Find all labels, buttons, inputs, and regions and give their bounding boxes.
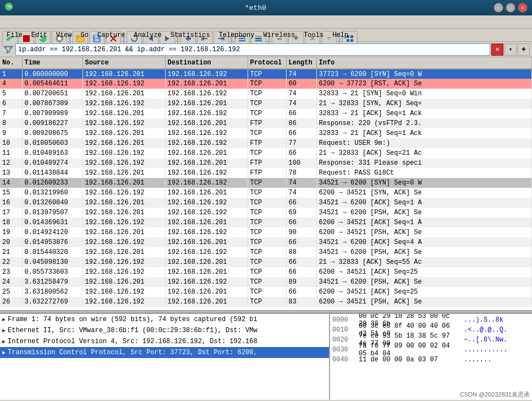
menu-help[interactable]: Help (328, 30, 353, 40)
menu-capture[interactable]: Capture (93, 30, 129, 40)
hex-ascii: ....... (464, 356, 530, 364)
hex-ascii: .<..@.@..Q. (464, 326, 530, 334)
detail-item-text: Transmission Control Protocol, Src Port:… (8, 349, 257, 356)
table-row[interactable]: 220.045098130192.168.126.192192.168.126.… (0, 257, 532, 267)
menu-go[interactable]: Go (76, 30, 92, 40)
table-row[interactable]: 230.055733603192.168.126.192192.168.126.… (0, 267, 532, 277)
maximize-button[interactable]: □ (506, 3, 515, 13)
hex-panel: 000000 0c 29 10 28 53 00 0c 29 38 6b...)… (330, 314, 532, 400)
window-controls: – □ ✕ (493, 3, 528, 13)
hex-ascii: ~..[.8\.Nw. (464, 336, 530, 344)
hex-bytes: fa f0 7f 09 00 00 02 04 05 b4 04 (359, 342, 459, 357)
hex-ascii: ........... (464, 346, 530, 354)
menu-tools[interactable]: Tools (299, 30, 328, 40)
filter-add-button[interactable]: + (518, 44, 530, 56)
table-row[interactable]: 263.632272769192.168.126.192192.168.126.… (0, 297, 532, 307)
table-row[interactable]: 140.012609233192.168.126.201192.168.126.… (0, 178, 532, 188)
table-row[interactable]: 170.013979507192.168.126.201192.168.126.… (0, 208, 532, 218)
hex-row: 0030fa f0 7f 09 00 00 02 04 05 b4 04....… (332, 345, 530, 355)
menu-telephony[interactable]: Telephony (215, 30, 259, 40)
detail-arrow-icon: ▶ (2, 327, 6, 334)
main-menu-bar: File Edit View Go Capture Analyze Statis… (0, 29, 532, 42)
filter-bar: ✕ ▾ + (0, 42, 532, 57)
detail-item[interactable]: ▶Internet Protocol Version 4, Src: 192.1… (0, 336, 329, 347)
svg-rect-24 (239, 40, 245, 41)
detail-item[interactable]: ▶Ethernet II, Src: VMware_38:6b:f1 (00:0… (0, 325, 329, 336)
table-row[interactable]: 253.631800562192.168.126.192192.168.126.… (0, 287, 532, 297)
table-row[interactable]: 160.013260840192.168.126.201192.168.126.… (0, 198, 532, 208)
close-button[interactable]: ✕ (518, 3, 528, 13)
title-bar: 🦈 *eth0 – □ ✕ (0, 0, 532, 15)
filter-clear-button[interactable]: ✕ (491, 44, 503, 56)
filter-dropdown-button[interactable]: ▾ (504, 44, 517, 56)
table-row[interactable]: 243.631258479192.168.126.201192.168.126.… (0, 277, 532, 287)
hex-ascii: ...).S..8k (464, 316, 530, 324)
window-title: *eth0 (18, 4, 493, 12)
table-header-row: No. Time Source Destination Protocol Len… (0, 57, 532, 69)
detail-item[interactable]: ▶Transmission Control Protocol, Src Port… (0, 347, 329, 358)
col-header-protocol: Protocol (248, 57, 286, 69)
menu-analyze[interactable]: Analyze (129, 30, 166, 40)
detail-arrow-icon: ▶ (2, 349, 6, 356)
table-row[interactable]: 190.014924120192.168.126.201192.168.126.… (0, 227, 532, 237)
hex-offset: 0010 (332, 326, 354, 334)
packet-table-container[interactable]: No. Time Source Destination Protocol Len… (0, 57, 532, 311)
app-icon: 🦈 (4, 2, 13, 13)
table-row[interactable]: 40.005464611192.168.126.192192.168.126.2… (0, 79, 532, 89)
watermark: CSDN @20232831袁思承 (460, 391, 530, 399)
table-row[interactable]: 90.009208675192.168.126.201192.168.126.1… (0, 128, 532, 138)
detail-arrow-icon: ▶ (2, 316, 6, 323)
detail-item-text: Frame 1: 74 bytes on wire (592 bits), 74… (8, 316, 257, 323)
table-row[interactable]: 110.010489163192.168.126.192192.168.126.… (0, 148, 532, 158)
detail-item[interactable]: ▶Frame 1: 74 bytes on wire (592 bits), 7… (0, 314, 329, 325)
filter-input[interactable] (15, 44, 490, 56)
menu-view[interactable]: View (52, 30, 76, 40)
table-row[interactable]: 180.014369631192.168.126.192192.168.126.… (0, 218, 532, 227)
menu-file[interactable]: File (2, 30, 27, 40)
menu-bar (0, 15, 532, 29)
detail-item-text: Internet Protocol Version 4, Src: 192.16… (8, 338, 257, 345)
col-header-source: Source (83, 57, 165, 69)
detail-item-text: Ethernet II, Src: VMware_38:6b:f1 (00:0c… (8, 327, 257, 334)
detail-panel[interactable]: ▶Frame 1: 74 bytes on wire (592 bits), 7… (0, 314, 330, 400)
packet-tbody: 10.000000000192.168.126.201192.168.126.1… (0, 69, 532, 307)
col-header-destination: Destination (165, 57, 248, 69)
svg-text:🦈: 🦈 (6, 3, 13, 10)
filter-icon (2, 44, 14, 56)
col-header-time: Time (22, 57, 83, 69)
col-header-info: Info (316, 57, 532, 69)
hex-offset: 0020 (332, 336, 354, 344)
col-header-length: Length (286, 57, 316, 69)
packet-table: No. Time Source Destination Protocol Len… (0, 57, 532, 307)
detail-arrow-icon: ▶ (2, 338, 6, 345)
table-row[interactable]: 80.009186227192.168.126.192192.168.126.2… (0, 118, 532, 128)
bottom-section: ▶Frame 1: 74 bytes on wire (592 bits), 7… (0, 313, 532, 400)
table-row[interactable]: 70.007909989192.168.126.201192.168.126.1… (0, 109, 532, 118)
table-row[interactable]: 200.014953876192.168.126.192192.168.126.… (0, 237, 532, 247)
table-row[interactable]: 150.013219960192.168.126.192192.168.126.… (0, 188, 532, 198)
table-row[interactable]: 50.007200651192.168.126.201192.168.126.1… (0, 89, 532, 99)
minimize-button[interactable]: – (493, 3, 503, 13)
col-header-no: No. (0, 57, 22, 69)
menu-wireless[interactable]: Wireless (259, 30, 300, 40)
hex-offset: 0030 (332, 346, 354, 354)
hex-row: 004011 de 00 00 0a 03 07....... (332, 355, 530, 365)
table-row[interactable]: 10.000000000192.168.126.201192.168.126.1… (0, 69, 532, 79)
table-row[interactable]: 130.011438844192.168.126.201192.168.126.… (0, 168, 532, 178)
hex-offset: 0040 (332, 356, 354, 364)
table-row[interactable]: 120.010489274192.168.126.192192.168.126.… (0, 158, 532, 168)
table-row[interactable]: 100.010050603192.168.126.201192.168.126.… (0, 138, 532, 148)
hex-bytes: 11 de 00 00 0a 03 07 (359, 356, 459, 364)
menu-edit[interactable]: Edit (27, 30, 52, 40)
hex-offset: 0000 (332, 316, 354, 324)
table-row[interactable]: 60.007867309192.168.126.192192.168.126.2… (0, 99, 532, 109)
menu-statistics[interactable]: Statistics (166, 30, 215, 40)
table-row[interactable]: 210.015440320192.168.126.201192.168.126.… (0, 247, 532, 257)
